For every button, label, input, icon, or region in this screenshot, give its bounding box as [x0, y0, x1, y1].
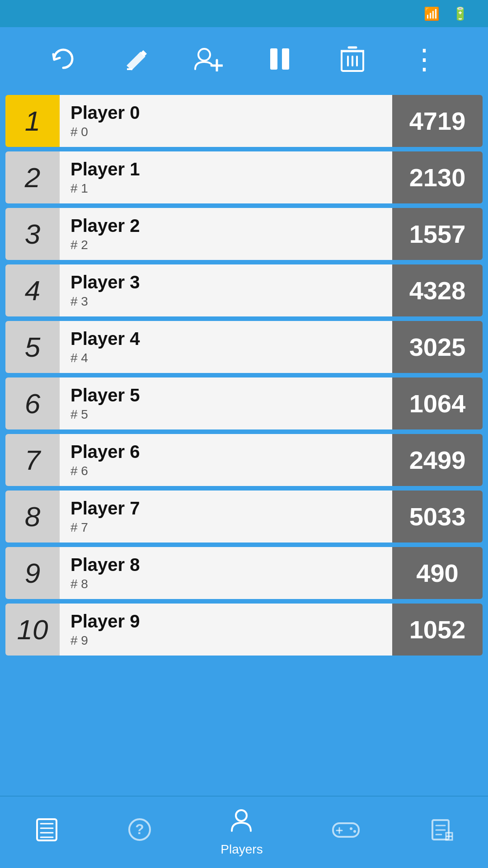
score-value: 1557	[409, 219, 466, 249]
rank-cell: 7	[5, 434, 60, 486]
score-value: 1052	[409, 615, 466, 644]
name-cell: Player 8# 8	[60, 547, 392, 599]
status-bar: 📶 🔋	[0, 0, 488, 27]
wifi-icon: 📶	[424, 6, 440, 21]
name-cell: Player 5# 5	[60, 377, 392, 429]
name-cell: Player 6# 6	[60, 434, 392, 486]
table-row[interactable]: 1Player 0# 04719	[5, 95, 483, 147]
player-name: Player 2	[70, 216, 381, 236]
table-row[interactable]: 6Player 5# 51064	[5, 377, 483, 429]
name-cell: Player 9# 9	[60, 604, 392, 656]
nav-game-icon	[331, 819, 361, 846]
player-name: Player 6	[70, 442, 381, 462]
table-row[interactable]: 10Player 9# 91052	[5, 604, 483, 656]
nav-help-icon: ?	[127, 817, 152, 848]
nav-scoreboard-icon	[34, 817, 59, 848]
table-row[interactable]: 8Player 7# 75033	[5, 491, 483, 542]
svg-rect-4	[270, 48, 277, 70]
name-cell: Player 7# 7	[60, 491, 392, 542]
player-id: # 8	[70, 577, 381, 591]
nav-log[interactable]	[420, 813, 463, 852]
edit-button[interactable]	[117, 41, 154, 77]
player-list: 1Player 0# 047192Player 1# 121303Player …	[0, 90, 488, 796]
nav-scoreboard[interactable]	[25, 813, 68, 852]
score-value: 4328	[409, 276, 466, 305]
nav-players-icon	[229, 808, 254, 839]
rank-cell: 9	[5, 547, 60, 599]
player-id: # 9	[70, 633, 381, 648]
rank-cell: 4	[5, 264, 60, 316]
rank-cell: 3	[5, 208, 60, 260]
bottom-nav: ? Players	[0, 796, 488, 868]
table-row[interactable]: 9Player 8# 8490	[5, 547, 483, 599]
score-cell: 490	[392, 547, 483, 599]
table-row[interactable]: 3Player 2# 21557	[5, 208, 483, 260]
score-value: 2130	[409, 163, 466, 192]
nav-log-icon	[429, 817, 454, 848]
rank-cell: 2	[5, 151, 60, 203]
table-row[interactable]: 7Player 6# 62499	[5, 434, 483, 486]
toolbar: ⋮	[0, 27, 488, 90]
score-cell: 1052	[392, 604, 483, 656]
player-id: # 1	[70, 181, 381, 196]
score-value: 4719	[409, 106, 466, 136]
name-cell: Player 0# 0	[60, 95, 392, 147]
score-cell: 2130	[392, 151, 483, 203]
name-cell: Player 2# 2	[60, 208, 392, 260]
player-name: Player 8	[70, 555, 381, 575]
rank-cell: 1	[5, 95, 60, 147]
pause-button[interactable]	[262, 41, 298, 77]
player-name: Player 3	[70, 272, 381, 292]
score-cell: 5033	[392, 491, 483, 542]
svg-text:?: ?	[135, 821, 144, 837]
player-id: # 3	[70, 294, 381, 309]
score-cell: 3025	[392, 321, 483, 373]
player-id: # 6	[70, 464, 381, 478]
refresh-button[interactable]	[45, 41, 81, 77]
table-row[interactable]: 5Player 4# 43025	[5, 321, 483, 373]
score-value: 3025	[409, 332, 466, 362]
score-value: 5033	[409, 502, 466, 531]
svg-point-24	[353, 830, 356, 833]
score-cell: 2499	[392, 434, 483, 486]
score-cell: 1557	[392, 208, 483, 260]
rank-cell: 5	[5, 321, 60, 373]
score-cell: 4328	[392, 264, 483, 316]
player-name: Player 5	[70, 385, 381, 406]
player-name: Player 4	[70, 329, 381, 349]
player-name: Player 0	[70, 103, 381, 123]
svg-point-23	[350, 827, 352, 830]
nav-players[interactable]: Players	[211, 804, 272, 861]
rank-cell: 6	[5, 377, 60, 429]
score-value: 490	[416, 558, 458, 588]
score-cell: 4719	[392, 95, 483, 147]
player-id: # 2	[70, 238, 381, 252]
score-value: 2499	[409, 445, 466, 475]
rank-cell: 8	[5, 491, 60, 542]
score-cell: 1064	[392, 377, 483, 429]
svg-point-1	[198, 49, 210, 61]
add-player-button[interactable]	[190, 41, 226, 77]
player-id: # 7	[70, 520, 381, 535]
player-name: Player 1	[70, 159, 381, 179]
nav-players-label: Players	[221, 842, 263, 857]
player-id: # 5	[70, 407, 381, 422]
rank-cell: 10	[5, 604, 60, 656]
player-id: # 4	[70, 351, 381, 365]
battery-icon: 🔋	[452, 6, 468, 21]
score-value: 1064	[409, 389, 466, 418]
player-name: Player 9	[70, 611, 381, 632]
delete-button[interactable]	[334, 41, 371, 77]
nav-help[interactable]: ?	[118, 813, 161, 852]
nav-game[interactable]	[322, 814, 370, 850]
svg-point-19	[236, 810, 247, 821]
table-row[interactable]: 2Player 1# 12130	[5, 151, 483, 203]
table-row[interactable]: 4Player 3# 34328	[5, 264, 483, 316]
player-name: Player 7	[70, 498, 381, 519]
svg-rect-5	[282, 48, 289, 70]
name-cell: Player 4# 4	[60, 321, 392, 373]
more-button[interactable]: ⋮	[407, 41, 443, 77]
player-id: # 0	[70, 125, 381, 139]
name-cell: Player 3# 3	[60, 264, 392, 316]
name-cell: Player 1# 1	[60, 151, 392, 203]
